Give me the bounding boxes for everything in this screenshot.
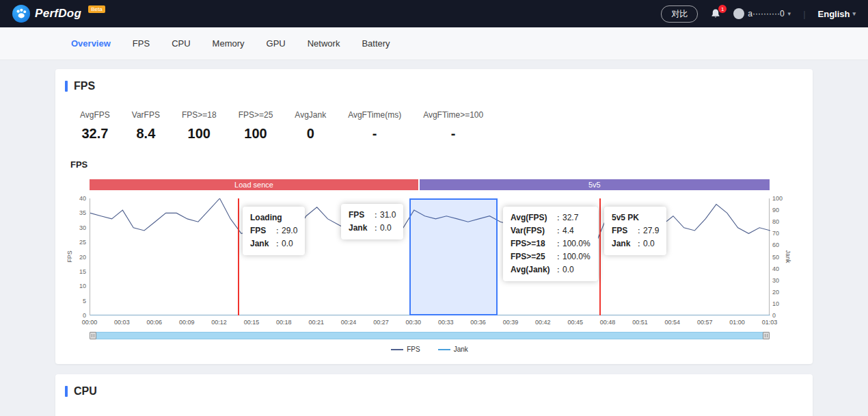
region-band: 5v5 (420, 179, 770, 190)
tooltip-row-label: Avg(FPS) (511, 211, 554, 224)
perfdog-logo-icon (12, 5, 30, 23)
tab-gpu[interactable]: GPU (267, 38, 286, 49)
x-tick-label: 00:54 (665, 319, 681, 326)
stat-avgfps: AvgFPS32.7 (80, 110, 110, 142)
tab-fps[interactable]: FPS (133, 38, 150, 49)
section-accent-bar (65, 386, 68, 397)
event-marker-line (238, 198, 239, 315)
tooltip-colon: ： (635, 226, 643, 235)
y-tick-label: 100 (772, 195, 783, 202)
cpu-card: CPU AvgTotal(%)AvgTotal<=60%AvgAPP(%)Avg… (55, 374, 813, 416)
y-tick-label: 30 (772, 277, 779, 284)
region-bands: Load sence5v5 (90, 179, 770, 190)
user-avatar (733, 8, 744, 19)
legend-item-jank[interactable]: Jank (438, 346, 468, 353)
y-tick-label: 5 (83, 298, 86, 304)
dog-paw-icon (12, 5, 30, 23)
tooltip-row: FPS>=18：100.0% (511, 237, 591, 250)
y-tick-label: 0 (772, 312, 776, 319)
x-tick-label: 00:06 (146, 319, 162, 326)
plot-area[interactable]: 0510152025303540 0102030405060708090100 … (90, 198, 770, 315)
scrollbar-handle-left[interactable] (90, 332, 96, 339)
stat-fps-25: FPS>=25100 (239, 110, 273, 142)
y-tick-label: 20 (79, 254, 86, 261)
header-divider: | (803, 9, 805, 19)
tab-memory[interactable]: Memory (213, 38, 245, 49)
stat-label: FPS>=25 (239, 110, 273, 120)
stat-value: 0 (295, 126, 326, 142)
account-label: a··········0 (748, 9, 784, 18)
fps-section-header: FPS (65, 80, 813, 92)
tooltip-row-label: Jank (349, 222, 372, 235)
selection-region[interactable] (409, 198, 498, 315)
tab-network[interactable]: Network (308, 38, 340, 49)
fps-section-title: FPS (74, 80, 95, 92)
y-tick-label: 15 (79, 268, 86, 275)
tooltip-row: FPS：31.0 (349, 209, 396, 222)
nav-tabs: OverviewFPSCPUMemoryGPUNetworkBattery (0, 27, 868, 60)
x-tick-label: 00:18 (276, 319, 292, 326)
stat-label: VarFPS (132, 110, 160, 120)
y-tick-label: 70 (772, 230, 779, 237)
chart-tooltip: FPS：31.0Jank：0.0 (341, 204, 403, 239)
tooltip-title: 5v5 PK (612, 211, 659, 224)
stat-value: 32.7 (80, 126, 110, 142)
top-header: PerfDog Beta 对比 1 a··········0 ▾ | Engli… (0, 0, 868, 27)
chart-tooltip: LoadingFPS：29.0Jank：0.0 (243, 207, 305, 255)
tooltip-row-value: 0.0 (380, 223, 392, 233)
legend-line-icon (438, 349, 450, 350)
y-tick-label: 40 (772, 265, 779, 272)
compare-button[interactable]: 对比 (661, 5, 698, 23)
y-tick-label: 60 (772, 242, 779, 248)
y-tick-label: 35 (79, 209, 86, 216)
beta-badge: Beta (88, 5, 105, 13)
fps-card: FPS AvgFPS32.7VarFPS8.4FPS>=18100FPS>=25… (55, 69, 813, 364)
y-tick-label: 20 (772, 289, 779, 296)
scrollbar-handle-right[interactable] (763, 332, 770, 339)
y-axis-left-title: FPS (66, 250, 73, 263)
chart-tooltip: Avg(FPS)：32.7Var(FPS)：4.4FPS>=18：100.0%F… (503, 207, 598, 281)
perfdog-logo[interactable]: PerfDog Beta (12, 5, 105, 23)
x-tick-label: 00:27 (373, 319, 389, 326)
tooltip-row-value: 100.0% (562, 239, 591, 248)
tab-battery[interactable]: Battery (362, 38, 390, 49)
tooltip-row-value: 27.9 (643, 226, 659, 235)
tooltip-row-label: Jank (612, 237, 635, 250)
tooltip-row-label: FPS (349, 209, 372, 222)
header-actions: 对比 1 a··········0 ▾ | English ▾ (661, 5, 856, 23)
tooltip-row-label: FPS (612, 224, 635, 237)
tooltip-colon: ： (554, 252, 562, 261)
tooltip-row-label: Var(FPS) (511, 224, 554, 237)
legend-item-fps[interactable]: FPS (391, 346, 420, 353)
chart-tooltip: 5v5 PKFPS：27.9Jank：0.0 (604, 207, 666, 255)
tooltip-row: Avg(FPS)：32.7 (511, 211, 591, 224)
x-tick-label: 00:15 (244, 319, 260, 326)
x-tick-label: 00:48 (600, 319, 616, 326)
stat-label: FPS>=18 (182, 110, 217, 120)
notification-badge: 1 (718, 5, 727, 13)
chart-scrollbar[interactable] (90, 332, 770, 339)
y-tick-label: 30 (79, 224, 86, 231)
notification-bell[interactable]: 1 (710, 8, 721, 19)
stat-value: 100 (239, 126, 273, 142)
stat-avgjank: AvgJank0 (295, 110, 326, 142)
stat-label: AvgFTime(ms) (348, 110, 401, 120)
stat-label: AvgFTime>=100 (423, 110, 483, 120)
tab-cpu[interactable]: CPU (172, 38, 190, 49)
tooltip-colon: ： (273, 239, 282, 248)
x-tick-label: 00:12 (211, 319, 227, 326)
account-menu[interactable]: a··········0 ▾ (733, 8, 791, 19)
language-selector[interactable]: English ▾ (818, 9, 856, 19)
tooltip-colon: ： (554, 213, 562, 222)
x-tick-label: 00:42 (535, 319, 551, 326)
x-tick-label: 00:39 (503, 319, 519, 326)
cpu-section-header: CPU (65, 385, 813, 398)
tab-overview[interactable]: Overview (71, 38, 111, 49)
tooltip-row: Avg(Jank)：0.0 (511, 263, 591, 276)
tooltip-title: Loading (250, 211, 297, 224)
x-tick-label: 00:33 (438, 319, 454, 326)
y-tick-label: 0 (83, 312, 86, 319)
language-label: English (818, 9, 850, 19)
brand-title: PerfDog (35, 7, 81, 21)
stat-fps-18: FPS>=18100 (182, 110, 217, 142)
